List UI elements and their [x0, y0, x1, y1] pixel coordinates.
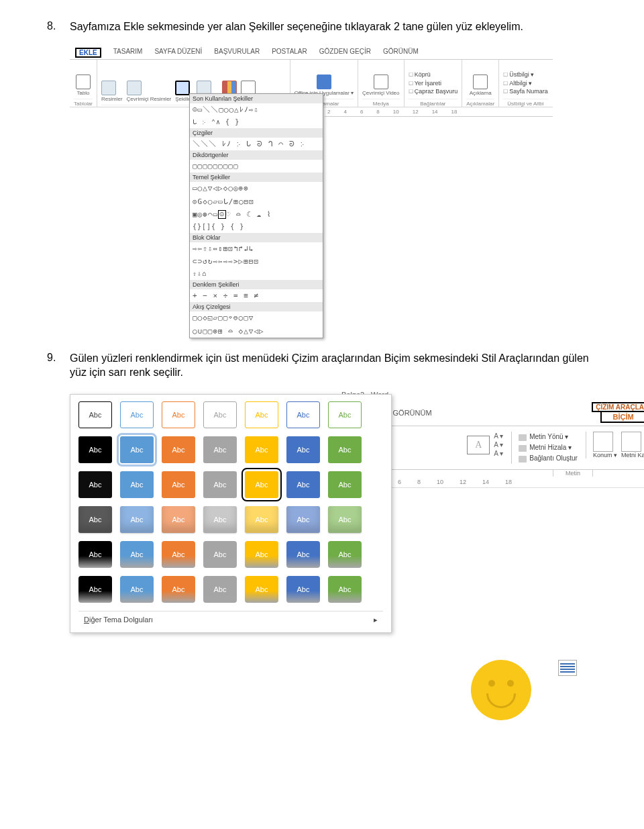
tab-postalar[interactable]: POSTALAR [272, 48, 307, 58]
style-fill-1-4[interactable]: Abc [245, 471, 278, 498]
style-fill-0-6[interactable]: Abc [328, 436, 362, 463]
style-outline-3[interactable]: Abc [203, 401, 237, 428]
style-fill-3-5[interactable]: Abc [286, 541, 320, 568]
style-fill-1-3[interactable]: Abc [203, 471, 237, 498]
style-fill-0-0[interactable]: Abc [78, 436, 112, 463]
style-fill-4-1[interactable]: Abc [120, 576, 154, 603]
baglanti-olustur[interactable]: Bağlantı Oluştur [519, 453, 578, 464]
sayfa-num-link[interactable]: Sayfa Numara [503, 87, 548, 96]
layout-options-icon[interactable] [558, 660, 577, 676]
tab-gorunum[interactable]: GÖRÜNÜM [383, 48, 419, 58]
result-smiley-row [70, 660, 604, 720]
style-fill-1-0[interactable]: Abc [78, 471, 112, 498]
tab-basvurular[interactable]: BAŞVURULAR [214, 48, 260, 58]
sg-r1b[interactable]: ᒐ ჻ ⌃∧ { } [190, 116, 323, 128]
sg-r4c[interactable]: ▣◎⊛⌒▭☺♡ ⌓ ☾ ☁ ⌇ [190, 208, 323, 221]
yer-isareti-link[interactable]: Yer İşareti [409, 79, 458, 88]
style-fill-3-1[interactable]: Abc [120, 541, 154, 568]
video-icon[interactable] [374, 75, 388, 89]
style-outline-4[interactable]: Abc [245, 401, 278, 428]
shape-style-gallery[interactable]: AbcAbcAbcAbcAbcAbcAbcAbcAbcAbcAbcAbcAbcA… [70, 394, 392, 633]
style-fill-2-6[interactable]: Abc [328, 506, 362, 533]
aciklama-icon[interactable] [473, 75, 488, 89]
kopru-link[interactable]: Köprü [409, 70, 458, 79]
bicim-tab[interactable]: BİÇİM [600, 412, 644, 423]
style-fill-2-4[interactable]: Abc [245, 506, 278, 533]
style-fill-3-2[interactable]: Abc [162, 541, 195, 568]
sg-r7b[interactable]: ○∪▢▢⊗⊞ ⌓ ◇△▽◁▷ [190, 325, 323, 338]
style-footer[interactable]: Diğer Tema Dolguları ▸ [78, 611, 383, 630]
style-fill-3-0[interactable]: Abc [78, 541, 112, 568]
sg-r5b[interactable]: ⊂⊃↺↻⇨⇦⇨⇨>▷⊞⊟⊡ [190, 255, 323, 268]
sg-r1[interactable]: ☺▭＼＼▢◯◯△ﾚﾉ⇨⇩ [190, 103, 323, 116]
capraz-link[interactable]: Çapraz Başvuru [409, 87, 458, 96]
ustbilgi-link[interactable]: Üstbilgi ▾ [503, 70, 548, 79]
tab-sayfa-duzeni[interactable]: SAYFA DÜZENİ [154, 48, 202, 58]
ribbon-ekle: EKLE TASARIM SAYFA DÜZENİ BAŞVURULAR POS… [70, 45, 553, 338]
style-fill-2-0[interactable]: Abc [78, 506, 112, 533]
style-fill-3-4[interactable]: Abc [245, 541, 278, 568]
metin-yonu[interactable]: Metin Yönü ▾ [519, 432, 578, 442]
sg-r5c[interactable]: ⇧⇩⌂ [190, 268, 323, 280]
sg-r2[interactable]: ＼＼＼ ﾚﾉ ჻ ᒐ ᘐ ᒉ ⌒ ᘐ ჻ [190, 138, 323, 150]
tab2-gorunum[interactable]: GÖRÜNÜM [393, 409, 432, 417]
style-fill-2-1[interactable]: Abc [120, 506, 154, 533]
wordart-preview[interactable]: A [467, 436, 490, 454]
style-fill-2-5[interactable]: Abc [286, 506, 320, 533]
tab-tasarim[interactable]: TASARIM [113, 48, 143, 58]
style-outline-6[interactable]: Abc [328, 401, 362, 428]
sg-r7a[interactable]: ▢◯◇◱▱▢▢⌔⊖○▢▽ [190, 311, 323, 324]
sekiller-icon[interactable] [175, 81, 190, 95]
sg-r4b[interactable]: ⊙G◇◯▱▭ᒐ/⊞○⊟⊡ [190, 195, 323, 208]
style-outline-1[interactable]: Abc [120, 401, 154, 428]
r2-6: 6 [398, 479, 401, 485]
r2-18: 18 [505, 479, 512, 485]
style-fill-0-3[interactable]: Abc [203, 436, 237, 463]
style-fill-4-2[interactable]: Abc [162, 576, 195, 603]
sg-r4a[interactable]: ▭◯△▽◁▷◇◯◎⊕⊗ [190, 182, 323, 195]
smiley-shape-icon[interactable]: ☺ [218, 210, 226, 219]
cevrimici-resimler-icon[interactable] [127, 81, 142, 95]
smiley-shape[interactable] [471, 660, 531, 720]
tablo-icon[interactable] [76, 75, 91, 89]
style-fill-1-2[interactable]: Abc [162, 471, 195, 498]
style-fill-3-6[interactable]: Abc [328, 541, 362, 568]
style-fill-1-6[interactable]: Abc [328, 471, 362, 498]
aciklama-label: Açıklama [470, 91, 492, 96]
style-fill-0-1[interactable]: Abc [120, 436, 154, 463]
style-fill-2-3[interactable]: Abc [203, 506, 237, 533]
style-fill-4-6[interactable]: Abc [328, 576, 362, 603]
r2-14: 14 [482, 479, 489, 485]
style-fill-4-0[interactable]: Abc [78, 576, 112, 603]
sg-r3[interactable]: ▢▢▢▢▢▢▢▢▢ [190, 160, 323, 173]
style-fill-3-3[interactable]: Abc [203, 541, 237, 568]
office-apps-icon[interactable] [317, 75, 331, 89]
tab-gozden-gecir[interactable]: GÖZDEN GEÇİR [319, 48, 371, 58]
shapes-gallery[interactable]: Son Kullanılan Şekiller ☺▭＼＼▢◯◯△ﾚﾉ⇨⇩ ᒐ ჻… [189, 93, 323, 338]
kaydir-icon[interactable] [621, 432, 641, 452]
ruler-2: 4 6 8 10 12 14 18 [378, 477, 644, 488]
metni-hizala[interactable]: Metni Hizala ▾ [519, 442, 578, 453]
sg-r4d[interactable]: {}[]{ } { } [190, 221, 323, 233]
konum-icon[interactable] [593, 432, 613, 452]
style-outline-0[interactable]: Abc [78, 401, 112, 428]
style-fill-2-2[interactable]: Abc [162, 506, 195, 533]
style-fill-1-1[interactable]: Abc [120, 471, 154, 498]
sg-r5a[interactable]: ⇨⇦⇧⇩⇔⇕⊞⊡↰↱↲↳ [190, 242, 323, 255]
style-fill-4-5[interactable]: Abc [286, 576, 320, 603]
wordart-controls[interactable]: A ▾ A ▾ A ▾ [494, 432, 503, 458]
resimler-icon[interactable] [101, 81, 116, 95]
style-fill-1-5[interactable]: Abc [286, 471, 320, 498]
tab-ekle[interactable]: EKLE [75, 48, 101, 58]
r1-18: 18 [451, 109, 458, 115]
style-fill-0-4[interactable]: Abc [245, 436, 278, 463]
style-fill-4-4[interactable]: Abc [245, 576, 278, 603]
style-fill-0-5[interactable]: Abc [286, 436, 320, 463]
sg-r6[interactable]: + − × ÷ = ≡ ≠ [190, 289, 323, 302]
style-outline-5[interactable]: Abc [286, 401, 320, 428]
altbilgi-link[interactable]: Altbilgi ▾ [503, 79, 548, 88]
style-fill-0-2[interactable]: Abc [162, 436, 195, 463]
sg-h3: Dikdörtgenler [190, 150, 323, 160]
style-fill-4-3[interactable]: Abc [203, 576, 237, 603]
style-outline-2[interactable]: Abc [162, 401, 195, 428]
